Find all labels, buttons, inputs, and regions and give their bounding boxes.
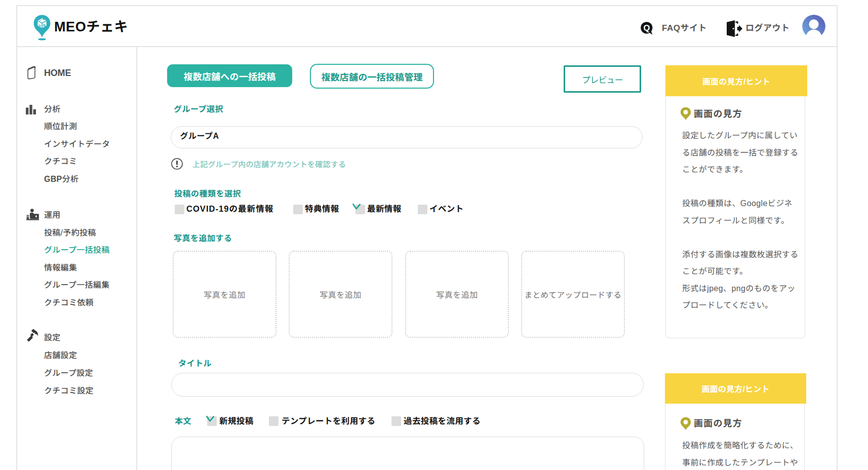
svg-text:Q: Q [643,23,650,32]
